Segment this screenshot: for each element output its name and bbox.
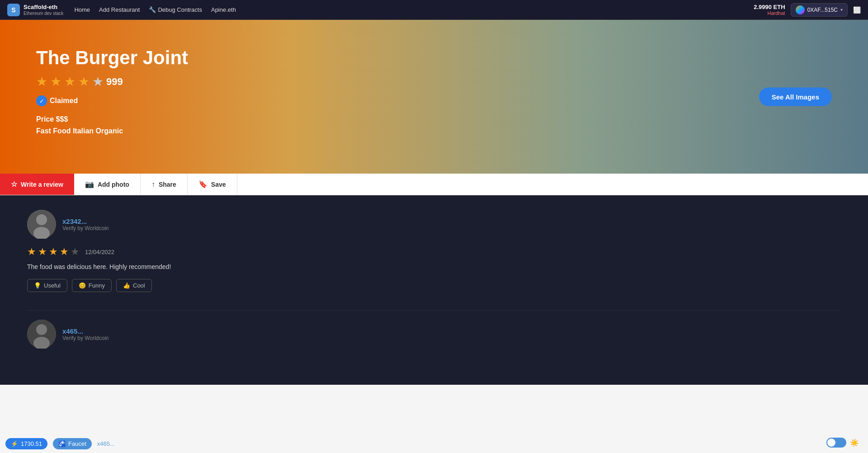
- claimed-label: Claimed: [50, 97, 78, 105]
- action-bar: ☆ Write a review 📷 Add photo ↑ Share 🔖 S…: [0, 174, 868, 195]
- screen-icon[interactable]: ⬜: [853, 6, 861, 14]
- home-link[interactable]: Home: [74, 6, 90, 13]
- debug-contracts-link[interactable]: 🔧 Debug Contracts: [149, 6, 202, 13]
- reviewer-verify-2: Verify by Worldcoin: [62, 335, 109, 341]
- review-count: 999: [106, 76, 123, 88]
- thumbsup-icon: 👍: [123, 282, 130, 289]
- nav-links: Home Add Restaurant 🔧 Debug Contracts Ap…: [74, 6, 236, 13]
- eth-amount: 2.9990 ETH: [754, 4, 785, 10]
- wallet-button[interactable]: 0XAF...515C ▾: [791, 3, 848, 17]
- cool-button[interactable]: 👍 Cool: [116, 279, 152, 292]
- check-icon: ✓: [36, 95, 47, 106]
- eth-info: 2.9990 ETH Hardhat: [754, 4, 785, 16]
- hero-stars: ★ ★ ★ ★ ★ 999: [36, 74, 832, 89]
- review-divider: [27, 310, 841, 311]
- see-all-images-button[interactable]: See All Images: [759, 88, 832, 106]
- review-star-5: ★: [71, 246, 80, 258]
- reviewer-header: x2342... Verify by Worldcoin: [27, 210, 841, 239]
- useful-button[interactable]: 💡 Useful: [27, 279, 67, 292]
- reviewer-name-2: x465...: [62, 327, 109, 335]
- review-star-1: ★: [27, 246, 36, 258]
- add-restaurant-link[interactable]: Add Restaurant: [99, 6, 140, 13]
- review-date: 12/04/2022: [85, 249, 114, 255]
- navbar-left: S Scaffold-eth Ethereum dev stack Home A…: [7, 4, 236, 16]
- save-button[interactable]: 🔖 Save: [188, 174, 237, 195]
- svg-point-1: [36, 214, 47, 225]
- brand: S Scaffold-eth Ethereum dev stack: [7, 4, 63, 16]
- review-stars: ★ ★ ★ ★ ★ 12/04/2022: [27, 246, 841, 258]
- brand-text: Scaffold-eth Ethereum dev stack: [24, 4, 63, 16]
- star-icon: ☆: [11, 180, 17, 189]
- share-button[interactable]: ↑ Share: [141, 174, 188, 195]
- share-icon: ↑: [151, 180, 155, 189]
- categories-label: Fast Food Italian Organic: [36, 127, 832, 135]
- reviewer-info-2: x465... Verify by Worldcoin: [62, 327, 109, 341]
- star-3: ★: [64, 74, 75, 89]
- navbar: S Scaffold-eth Ethereum dev stack Home A…: [0, 0, 868, 20]
- review-star-3: ★: [49, 246, 58, 258]
- review-star-2: ★: [38, 246, 47, 258]
- review-card: x2342... Verify by Worldcoin ★ ★ ★ ★ ★ 1…: [27, 210, 841, 292]
- restaurant-name: The Burger Joint: [36, 47, 832, 69]
- cool-label: Cool: [133, 282, 145, 289]
- wallet-avatar: [796, 5, 805, 14]
- star-1: ★: [36, 74, 47, 89]
- star-5: ★: [92, 74, 104, 89]
- review-actions: 💡 Useful 😊 Funny 👍 Cool: [27, 279, 841, 292]
- camera-icon: 📷: [85, 180, 94, 189]
- star-4: ★: [78, 74, 90, 89]
- avatar: [27, 210, 56, 239]
- avatar-2: [27, 320, 56, 349]
- brand-subtitle: Ethereum dev stack: [24, 11, 63, 16]
- reviewer-info: x2342... Verify by Worldcoin: [62, 217, 109, 231]
- review-text: The food was delicious here. Highly reco…: [27, 262, 841, 272]
- svg-point-4: [36, 324, 47, 335]
- navbar-right: 2.9990 ETH Hardhat 0XAF...515C ▾ ⬜: [754, 3, 861, 17]
- reviewer-verify: Verify by Worldcoin: [62, 225, 109, 231]
- chevron-down-icon: ▾: [840, 7, 843, 12]
- review-star-4: ★: [60, 246, 69, 258]
- wallet-address: 0XAF...515C: [807, 7, 838, 13]
- bookmark-icon: 🔖: [198, 180, 208, 189]
- hero-section: The Burger Joint ★ ★ ★ ★ ★ 999 ✓ Claimed…: [0, 20, 868, 174]
- add-photo-button[interactable]: 📷 Add photo: [74, 174, 141, 195]
- apine-link[interactable]: Apine.eth: [211, 6, 236, 13]
- funny-label: Funny: [89, 282, 105, 289]
- claimed-badge: ✓ Claimed: [36, 95, 832, 106]
- funny-button[interactable]: 😊 Funny: [72, 279, 112, 292]
- star-2: ★: [50, 74, 61, 89]
- brand-icon: S: [7, 4, 20, 16]
- write-review-button[interactable]: ☆ Write a review: [0, 174, 74, 195]
- review-card-2: x465... Verify by Worldcoin: [27, 320, 841, 352]
- eth-network: Hardhat: [754, 10, 785, 16]
- reviewer-header-2: x465... Verify by Worldcoin: [27, 320, 841, 352]
- useful-label: Useful: [44, 282, 61, 289]
- smiley-icon: 😊: [79, 282, 86, 289]
- brand-title: Scaffold-eth: [24, 4, 63, 11]
- price-label: Price $$$: [36, 115, 832, 123]
- lightbulb-icon: 💡: [34, 282, 41, 289]
- contract-icon: 🔧: [149, 6, 156, 13]
- reviewer-name: x2342...: [62, 217, 109, 225]
- reviews-section: x2342... Verify by Worldcoin ★ ★ ★ ★ ★ 1…: [0, 195, 868, 385]
